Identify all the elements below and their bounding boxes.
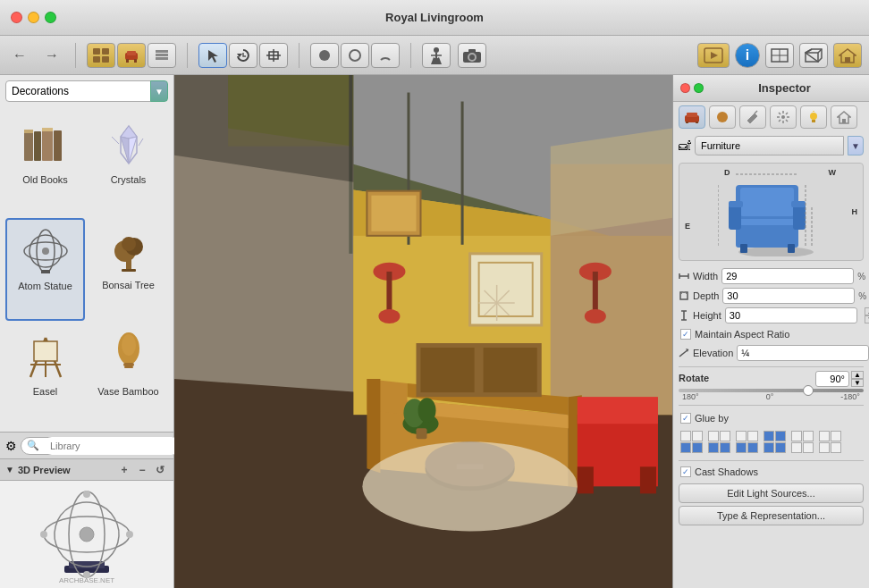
tab-home[interactable] — [831, 105, 857, 129]
ring-tool[interactable] — [341, 43, 369, 68]
svg-line-130 — [755, 111, 757, 113]
tab-material[interactable] — [709, 105, 736, 129]
svg-rect-103 — [578, 397, 658, 424]
camera-tool[interactable] — [458, 43, 486, 68]
svg-rect-6 — [126, 59, 129, 63]
type-representation-button[interactable]: Type & Representation... — [679, 506, 864, 525]
3d-preview-svg — [33, 485, 140, 584]
depth-input[interactable] — [722, 288, 855, 304]
circle-tool[interactable] — [310, 43, 339, 68]
category-select[interactable]: Decorations — [5, 80, 154, 102]
item-vase-bamboo[interactable]: Vase Bamboo — [89, 324, 168, 426]
render-btn[interactable] — [697, 43, 730, 68]
glue-by-checkbox[interactable] — [680, 413, 691, 424]
glue-cube-1[interactable] — [680, 431, 703, 453]
zoom-out-btn[interactable]: − — [134, 462, 150, 478]
item-icon-atom-statue — [18, 223, 73, 279]
item-old-books[interactable]: Old Books — [5, 113, 85, 214]
glue-cube-4[interactable] — [764, 431, 786, 453]
divider-1 — [679, 366, 864, 367]
main-view — [174, 75, 672, 588]
floorplan-btn[interactable] — [765, 43, 794, 68]
category-dropdown-arrow[interactable]: ▼ — [150, 80, 168, 102]
svg-point-132 — [810, 113, 817, 120]
item-label-old-books: Old Books — [22, 174, 68, 185]
svg-rect-9 — [156, 54, 168, 56]
glue-cube-2[interactable] — [708, 431, 730, 453]
arc-tool[interactable] — [371, 43, 400, 68]
forward-button[interactable]: → — [39, 43, 64, 68]
dim-w-label: W — [829, 168, 837, 177]
list-view-btn[interactable] — [148, 43, 176, 68]
glue-cube-6[interactable] — [819, 431, 841, 453]
furniture-type-select[interactable]: Furniture — [695, 136, 844, 155]
svg-marker-43 — [121, 137, 129, 164]
height-increment[interactable]: ▲ — [865, 307, 869, 315]
furniture-type-arrow[interactable]: ▼ — [848, 136, 864, 155]
item-crystals[interactable]: Crystals — [89, 113, 168, 214]
move-tool[interactable] — [259, 43, 288, 68]
item-label-bonsai-tree: Bonsai Tree — [102, 280, 155, 290]
rotate-tool[interactable] — [229, 43, 257, 68]
inspector-close[interactable] — [680, 83, 690, 93]
svg-rect-2 — [93, 56, 100, 63]
person-tool[interactable] — [422, 43, 451, 68]
reset-view-btn[interactable]: ↺ — [152, 462, 168, 478]
rotate-slider-row — [679, 389, 864, 392]
rotate-increment[interactable]: ▲ — [851, 371, 864, 379]
settings-gear-button[interactable]: ⚙ — [5, 436, 17, 456]
minimize-button[interactable] — [28, 12, 39, 23]
height-input[interactable] — [725, 307, 857, 323]
svg-point-55 — [122, 237, 136, 251]
chair-view-btn[interactable] — [117, 43, 146, 68]
view-icon-btn[interactable] — [87, 43, 115, 68]
furniture-type-icon: 🛋 — [679, 139, 691, 153]
info-btn[interactable]: i — [735, 43, 760, 68]
search-input[interactable] — [43, 437, 181, 455]
glue-cubes — [680, 431, 862, 453]
home-view-btn[interactable] — [833, 43, 862, 68]
elevation-row: Elevation ▲ ▼ — [679, 343, 864, 363]
svg-rect-0 — [93, 48, 100, 55]
inspector-expand[interactable] — [694, 83, 704, 93]
close-button[interactable] — [11, 12, 22, 23]
rotate-marks: 180° 0° -180° — [679, 392, 864, 401]
select-tool[interactable] — [198, 43, 227, 68]
svg-line-46 — [139, 139, 143, 146]
item-atom-statue[interactable]: Atom Statue — [5, 218, 85, 322]
cast-shadows-label: Cast Shadows — [695, 466, 758, 477]
item-bonsai-tree[interactable]: Bonsai Tree — [89, 218, 168, 322]
tab-furniture[interactable] — [679, 105, 705, 129]
svg-point-129 — [717, 112, 728, 122]
maintain-aspect-checkbox[interactable] — [680, 329, 691, 340]
svg-point-74 — [40, 531, 47, 538]
rotate-value-input[interactable] — [815, 371, 849, 387]
svg-rect-112 — [416, 428, 426, 439]
width-input[interactable] — [721, 268, 854, 284]
height-decrement[interactable]: ▼ — [865, 315, 869, 323]
inspector-tabs — [673, 102, 869, 132]
tab-light[interactable] — [800, 105, 827, 129]
svg-rect-40 — [42, 128, 53, 131]
tab-edit[interactable] — [739, 105, 766, 129]
svg-line-45 — [112, 137, 119, 144]
rotate-decrement[interactable]: ▼ — [851, 379, 864, 387]
tab-fx[interactable] — [770, 105, 797, 129]
width-icon — [679, 270, 689, 282]
glue-cube-5[interactable] — [791, 431, 814, 453]
item-easel[interactable]: Easel — [5, 324, 85, 426]
3d-view-btn[interactable] — [799, 43, 828, 68]
svg-rect-105 — [640, 466, 656, 493]
width-unit: % — [857, 272, 865, 281]
svg-point-72 — [83, 491, 90, 498]
rotate-slider[interactable] — [679, 389, 864, 392]
svg-point-75 — [126, 531, 133, 538]
elevation-input[interactable] — [737, 345, 869, 361]
cast-shadows-checkbox[interactable] — [680, 466, 691, 477]
svg-rect-3 — [102, 56, 109, 63]
back-button[interactable]: ← — [7, 43, 32, 68]
glue-cube-3[interactable] — [736, 431, 758, 453]
maximize-button[interactable] — [45, 12, 56, 23]
edit-light-sources-button[interactable]: Edit Light Sources... — [679, 483, 864, 503]
zoom-in-btn[interactable]: + — [116, 462, 132, 478]
